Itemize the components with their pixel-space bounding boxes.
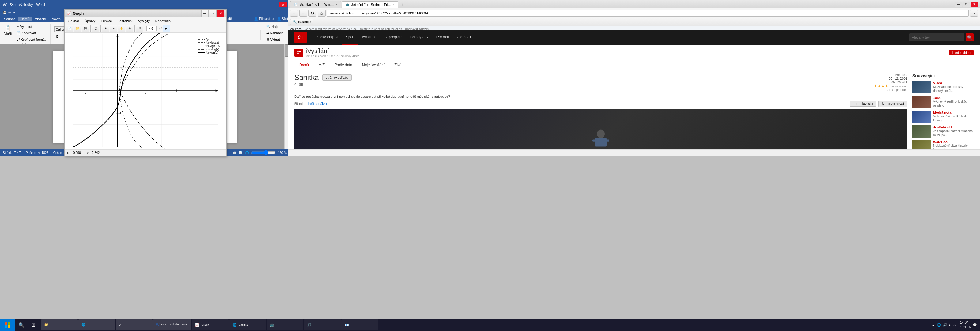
word-redo-icon[interactable]: ↪ [13, 11, 15, 14]
graph-menu-zobrazeni[interactable]: Zobrazení [115, 18, 135, 23]
tab-close-1[interactable]: × [393, 3, 395, 6]
iv-related-vlada[interactable]: Vláda Mezinárodně úspěšný dánský seriál.… [912, 81, 974, 93]
iv-video-player[interactable]: ČT1 [294, 109, 907, 150]
graph-pan-btn[interactable]: ✋ [118, 25, 125, 32]
iv-watch-btn[interactable]: ↻ upozornovat [878, 101, 907, 107]
taskbar-app-extra[interactable]: 📺 [267, 319, 304, 330]
zoom-slider[interactable] [251, 150, 275, 155]
format-copy-button[interactable]: 🖌 Kopírovat formát [14, 37, 48, 42]
iv-related-1864[interactable]: 1864 Výpravný seriál o lidských osudeích… [912, 96, 974, 108]
graph-minimize-btn[interactable]: — [201, 10, 208, 17]
taskbar-word-app[interactable]: W PS5 - výsledky - Word [153, 319, 191, 330]
graph-close-btn[interactable]: ✕ [217, 10, 224, 17]
iv-related-modra[interactable]: Modrá nota Velk i umění a velká láska Ge… [912, 110, 974, 123]
word-signin[interactable]: 👤 Přihlásit se [254, 17, 274, 21]
bold-btn[interactable]: B [54, 34, 61, 39]
copy-button[interactable]: 📄 Kopírovat [14, 30, 48, 36]
replace-btn[interactable]: ⇄ Nahradit [264, 30, 285, 36]
graph-menu-upravy[interactable]: Úpravy [82, 18, 98, 23]
ct-nav-zpravodajstvi[interactable]: Zpravodajství [313, 30, 342, 45]
iv-related-waterloo[interactable]: Waterloo Nejslavnější bitva historie jak… [912, 140, 974, 149]
word-minimize-btn[interactable]: — [263, 2, 271, 7]
word-view-print[interactable]: 📄 [239, 151, 243, 155]
graph-zoom-in-btn[interactable]: + [102, 25, 109, 32]
iv-tab-az[interactable]: A-Z [314, 61, 329, 70]
taskbar-app-extra2[interactable]: 🎵 [304, 319, 341, 330]
graph-zoom-out-btn[interactable]: − [110, 25, 117, 32]
graph-func-input[interactable]: f(x)= [146, 26, 157, 31]
ct-nav-vsect[interactable]: Vše o ČT [453, 30, 475, 45]
word-view-web[interactable]: 🌐 [245, 151, 249, 155]
ct-nav-porady[interactable]: Pořady A–Z [406, 30, 433, 45]
word-restore-btn[interactable]: □ [271, 2, 279, 7]
word-sillet[interactable]: 👤 Sílet [277, 17, 288, 21]
graph-save-btn[interactable]: 💾 [82, 25, 89, 32]
tray-arrow[interactable]: ▲ [932, 323, 935, 327]
tray-volume-icon[interactable]: 🔊 [943, 323, 947, 327]
ct-nav-sport[interactable]: Sport [342, 30, 358, 45]
taskbar-chrome[interactable]: 🌐 [78, 319, 115, 330]
ct-search-btn[interactable]: 🔍 [966, 34, 974, 42]
notification-icon[interactable]: 💬 [973, 323, 977, 327]
start-button[interactable] [0, 319, 15, 331]
browser-tab-0[interactable]: 📄 Sanitka 4. díl — Wys... × [290, 1, 341, 8]
word-save-icon[interactable]: 💾 [3, 11, 6, 14]
graph-menu-soubor[interactable]: Soubor [66, 18, 81, 23]
back-btn[interactable]: ← [290, 10, 298, 16]
iv-tab-moje[interactable]: Moje iVysílání [357, 61, 390, 70]
word-menu-navrh[interactable]: Návrh [49, 16, 63, 21]
ct-nav-tvprogram[interactable]: TV program [379, 30, 406, 45]
graph-crosshair-btn[interactable]: ⊕ [126, 25, 133, 32]
tray-network-icon[interactable]: 🌐 [937, 323, 941, 327]
browser-tab-1[interactable]: 📺 Jeteléni (1) - Srejnis | Pri... × [342, 1, 398, 8]
graph-restore-btn[interactable]: □ [209, 10, 216, 17]
graph-open-btn[interactable]: 📁 [74, 25, 81, 32]
graph-settings-btn[interactable]: ⚙ [136, 25, 143, 32]
taskbar-file-explorer[interactable]: 📁 [41, 319, 78, 330]
taskbar-clock[interactable]: 14:04 5.9.2016 [958, 320, 971, 330]
forward-btn[interactable]: → [299, 10, 307, 16]
graph-plot-btn[interactable]: ▶ [162, 25, 170, 32]
ct-search-input[interactable] [909, 34, 964, 42]
graph-new-btn[interactable]: 📄 [66, 25, 73, 32]
refresh-btn[interactable]: ↻ [309, 10, 317, 16]
browser-restore-btn[interactable]: □ [963, 2, 970, 7]
browser-close-btn[interactable]: ✕ [970, 2, 978, 7]
paste-button[interactable]: 📋 Vložit [2, 24, 14, 39]
go-btn[interactable]: → [970, 10, 978, 16]
iv-tab-podle-data[interactable]: Podle data [329, 61, 357, 70]
word-close-btn[interactable]: ✕ [279, 2, 286, 7]
word-view-read[interactable]: 📖 [233, 151, 236, 155]
taskbar-edge[interactable]: e [116, 319, 153, 330]
graph-print-btn[interactable]: 🖨 [92, 25, 99, 32]
ct-nav-ivysilani[interactable]: iVysílání [358, 30, 379, 45]
browser-minimize-btn[interactable]: — [955, 2, 962, 7]
iv-next-series[interactable]: další seriály + [307, 102, 328, 106]
select-btn[interactable]: ▦ Vybrat [264, 37, 285, 42]
browser-tools-btn[interactable]: 🔧 Nástroje [290, 19, 313, 25]
tab-close-0[interactable]: × [335, 3, 337, 6]
word-menu-vlozeni[interactable]: Vložení [32, 16, 49, 21]
word-menu-domu[interactable]: Domů [18, 16, 32, 21]
taskbar-app-extra3[interactable]: 📧 [342, 319, 378, 330]
graph-menu-funkce[interactable]: Funkce [98, 18, 114, 23]
ct-nav-prodeti[interactable]: Pro děti [433, 30, 453, 45]
home-btn[interactable]: ⌂ [318, 10, 326, 16]
taskbar-browser-app[interactable]: 🌐 Sanitka [229, 319, 266, 330]
iv-add-playlist-btn[interactable]: + do playlistu [850, 101, 876, 107]
new-tab-btn[interactable]: + [399, 2, 406, 8]
word-menu-soubor[interactable]: Soubor [2, 16, 17, 21]
taskbar-graph-app[interactable]: 📈 Graph [192, 319, 229, 330]
graph-menu-vyskyty[interactable]: Výskyty [136, 18, 152, 23]
graph-menu-napoveda[interactable]: Nápověda [153, 18, 173, 23]
iv-related-jestrab[interactable]: Jestřábi vět. Jak západní pátrání mladéh… [912, 125, 974, 138]
cut-button[interactable]: ✂ Vyjmout [14, 24, 48, 30]
task-view-icon[interactable]: ⊞ [27, 319, 38, 330]
iv-series-btn[interactable]: stránky pořadu [323, 75, 352, 81]
word-undo-icon[interactable]: ↩ [8, 11, 11, 14]
iv-tab-zive[interactable]: Živě [390, 61, 406, 70]
iv-video-search-btn[interactable]: Hledej video [949, 50, 974, 56]
find-btn[interactable]: 🔍 Najít [264, 24, 285, 29]
iv-tab-domu[interactable]: Domů [294, 61, 314, 70]
search-taskbar-icon[interactable]: 🔍 [16, 319, 27, 330]
